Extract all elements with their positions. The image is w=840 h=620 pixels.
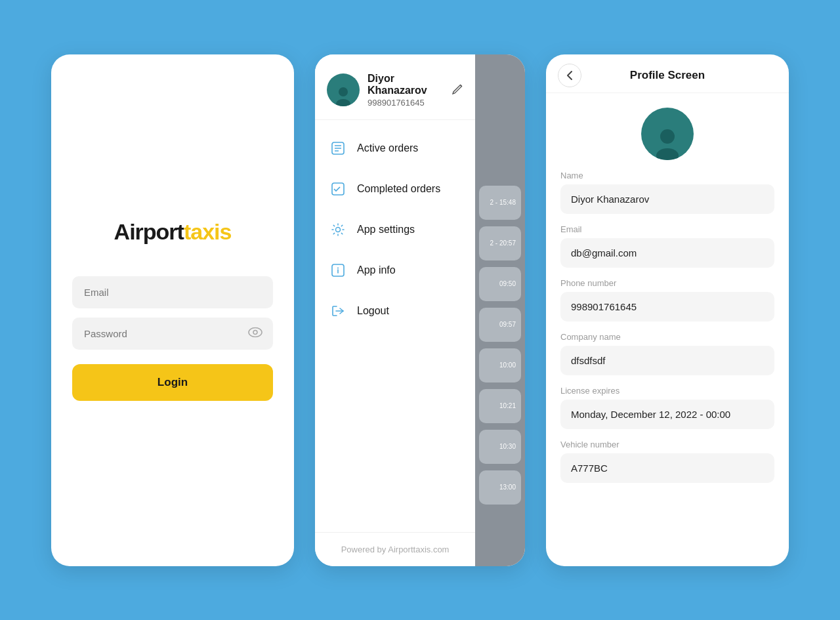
field-value-phone: 998901761645 [560, 292, 774, 321]
orders-peek: 2 - 15:48 2 - 20:57 09:50 09:57 10:00 10… [475, 54, 525, 566]
user-info: Diyor Khanazarov 998901761645 [368, 73, 452, 108]
field-value-vehicle: A777BC [560, 453, 774, 483]
avatar [327, 73, 360, 106]
info-icon [329, 262, 346, 279]
order-time-6: 10:21 [499, 402, 516, 409]
menu-item-logout[interactable]: Logout [315, 291, 475, 331]
email-input[interactable] [72, 276, 273, 308]
profile-field-phone: Phone number 998901761645 [560, 278, 774, 321]
order-pill-4: 09:57 [479, 308, 521, 342]
user-phone: 998901761645 [368, 98, 452, 108]
svg-point-1 [253, 330, 257, 334]
svg-point-0 [249, 327, 262, 337]
menu-item-app-settings[interactable]: App settings [315, 209, 475, 250]
app-info-label: App info [357, 264, 396, 276]
menu-item-app-info[interactable]: App info [315, 250, 475, 291]
order-time-1: 2 - 15:48 [490, 199, 516, 206]
password-wrapper [72, 318, 273, 350]
order-pill-6: 10:21 [479, 389, 521, 423]
svg-point-9 [336, 227, 341, 232]
profile-avatar-section [546, 93, 789, 171]
field-value-name: Diyor Khanazarov [560, 184, 774, 214]
profile-fields: Name Diyor Khanazarov Email db@gmail.com… [546, 171, 789, 566]
svg-point-2 [339, 87, 348, 96]
field-label-phone: Phone number [560, 278, 774, 288]
menu-item-active-orders[interactable]: Active orders [315, 128, 475, 169]
menu-footer: Powered by Airporttaxis.com [315, 532, 475, 566]
back-button[interactable] [558, 64, 581, 87]
gear-icon [329, 221, 346, 238]
logout-icon [329, 302, 346, 320]
app-logo: Airporttaxis [114, 219, 232, 245]
order-pill-5: 10:00 [479, 348, 521, 382]
field-value-company: dfsdfsdf [560, 346, 774, 375]
user-name: Diyor Khanazarov [368, 73, 452, 96]
profile-field-email: Email db@gmail.com [560, 224, 774, 268]
order-pill-7: 10:30 [479, 430, 521, 464]
field-label-license: License expires [560, 386, 774, 396]
svg-point-12 [337, 267, 339, 268]
field-label-vehicle: Vehicle number [560, 440, 774, 449]
order-time-3: 09:50 [499, 280, 516, 287]
app-settings-label: App settings [357, 224, 415, 236]
login-screen: Airporttaxis Login [51, 54, 294, 566]
logout-label: Logout [357, 305, 389, 317]
svg-point-3 [336, 99, 350, 106]
active-orders-label: Active orders [357, 142, 418, 154]
profile-title: Profile Screen [630, 69, 705, 82]
profile-screen: Profile Screen Name Diyor Khanazarov Ema… [546, 54, 789, 566]
profile-field-vehicle: Vehicle number A777BC [560, 440, 774, 483]
field-label-name: Name [560, 171, 774, 180]
order-pill-3: 09:50 [479, 267, 521, 301]
order-time-4: 09:57 [499, 321, 516, 328]
logo-text-yellow: taxis [184, 219, 232, 244]
login-button[interactable]: Login [72, 364, 273, 401]
order-pill-8: 13:00 [479, 470, 521, 505]
order-time-8: 13:00 [499, 484, 516, 491]
logo-text-black: Airport [114, 219, 184, 244]
check-list-icon [329, 180, 346, 197]
order-time-7: 10:30 [499, 443, 516, 450]
menu-screen: Diyor Khanazarov 998901761645 [315, 54, 525, 566]
menu-items-list: Active orders Completed orders [315, 120, 475, 532]
order-pill-2: 2 - 20:57 [479, 226, 521, 260]
menu-header: Diyor Khanazarov 998901761645 [315, 54, 475, 120]
eye-icon[interactable] [248, 327, 262, 341]
edit-icon[interactable] [452, 83, 463, 97]
svg-point-14 [660, 129, 675, 144]
profile-field-name: Name Diyor Khanazarov [560, 171, 774, 214]
order-time-5: 10:00 [499, 362, 516, 369]
svg-point-15 [656, 148, 679, 160]
profile-field-company: Company name dfsdfsdf [560, 332, 774, 375]
menu-panel: Diyor Khanazarov 998901761645 [315, 54, 475, 566]
field-label-email: Email [560, 224, 774, 234]
field-value-email: db@gmail.com [560, 238, 774, 268]
profile-avatar [641, 108, 694, 160]
order-time-2: 2 - 20:57 [490, 239, 516, 247]
field-value-license: Monday, December 12, 2022 - 00:00 [560, 400, 774, 429]
list-icon [329, 140, 346, 157]
field-label-company: Company name [560, 332, 774, 342]
completed-orders-label: Completed orders [357, 183, 440, 195]
menu-item-completed-orders[interactable]: Completed orders [315, 169, 475, 209]
profile-field-license: License expires Monday, December 12, 202… [560, 386, 774, 429]
order-pill-1: 2 - 15:48 [479, 186, 521, 220]
password-input[interactable] [72, 318, 273, 350]
profile-header: Profile Screen [546, 54, 789, 93]
